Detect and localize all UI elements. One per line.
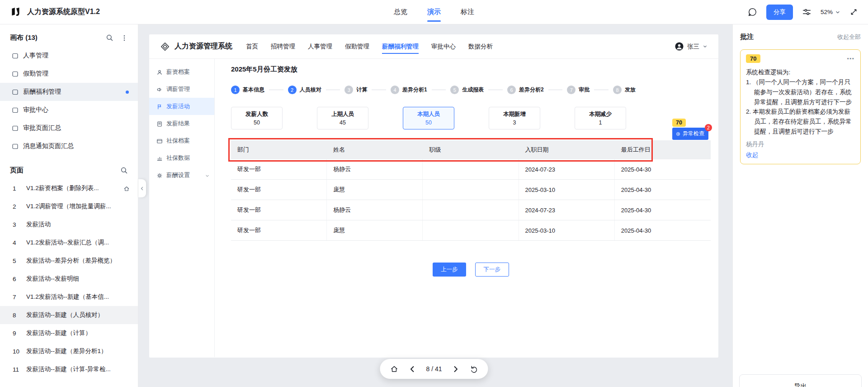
table-row[interactable]: 研发一部庞慧2025-03-102025-04-30: [231, 180, 711, 200]
next-page-icon[interactable]: [452, 365, 460, 373]
table-header-row: 部门姓名职级入职日期最后工作日: [231, 140, 711, 159]
restart-icon[interactable]: [470, 365, 478, 373]
more-options-icon[interactable]: ⋯: [847, 54, 855, 63]
stat-cards: 发薪人数50上期人员45本期人员50本期新增3本期减少1: [231, 107, 711, 129]
proto-nav-item[interactable]: 数据分析: [468, 40, 493, 53]
stat-card[interactable]: 本期人员50: [403, 107, 454, 129]
table-column-header: 职级: [423, 146, 519, 154]
menu-item-label: 薪资档案: [166, 68, 190, 76]
proto-content: 2025年5月份工资发放 1基本信息2人员核对3计算4差异分析15生成报表6差异…: [215, 59, 718, 357]
proto-nav-item[interactable]: 人事管理: [308, 40, 332, 53]
page-indicator: 8 / 41: [426, 365, 442, 373]
page-number: 8: [13, 312, 26, 319]
proto-nav-item[interactable]: 假勤管理: [345, 40, 369, 53]
search-icon[interactable]: [120, 167, 128, 174]
kebab-menu-icon[interactable]: [121, 34, 128, 42]
zoom-control[interactable]: 52%: [821, 9, 840, 15]
export-button[interactable]: 导出: [739, 374, 862, 387]
comment-bubble-icon[interactable]: [748, 7, 757, 17]
proto-nav-item[interactable]: 招聘管理: [271, 40, 295, 53]
stat-card-value: 50: [254, 119, 260, 126]
artboard-icon: [12, 143, 19, 150]
page-number: 11: [13, 366, 26, 373]
table-cell: 2024-07-23: [519, 200, 615, 220]
proto-body: 薪资档案调薪管理发薪活动发薪结果社保档案社保数据薪酬设置 2025年5月份工资发…: [149, 59, 718, 357]
fullscreen-icon[interactable]: [849, 8, 858, 16]
page-item[interactable]: 11发薪活动--新建（计算-异常检...: [0, 360, 138, 378]
topbar-tab-item[interactable]: 标注: [460, 5, 475, 19]
page-item[interactable]: 2V1.2调薪管理（增加批量调薪...: [0, 197, 138, 215]
search-icon[interactable]: [106, 34, 113, 42]
step-label: 基本信息: [243, 86, 264, 94]
share-button[interactable]: 分享: [766, 5, 793, 20]
page-item[interactable]: 6发薪活动--发薪明细: [0, 270, 138, 288]
page-item[interactable]: 1V1.2薪资档案（删除列表...: [0, 179, 138, 197]
collapse-all-link[interactable]: 收起全部: [837, 33, 861, 41]
proto-menu-item[interactable]: 发薪活动: [149, 98, 214, 115]
topbar-tab-item[interactable]: 总览: [393, 5, 408, 19]
proto-menu-item[interactable]: 薪资档案: [149, 63, 214, 81]
canvas-item[interactable]: 审批中心: [0, 101, 138, 119]
canvas-item[interactable]: 假勤管理: [0, 65, 138, 83]
topbar-tab-active[interactable]: 演示: [426, 5, 442, 19]
page-item[interactable]: 8发薪活动--新建（人员核对）: [0, 306, 138, 324]
pages-header: 页面: [0, 155, 138, 179]
proto-menu-item[interactable]: 社保档案: [149, 132, 214, 149]
comments-title: 批注: [740, 33, 754, 41]
stat-card-label: 本期新增: [503, 110, 526, 118]
canvas-item[interactable]: 薪酬福利管理: [0, 83, 138, 101]
megaphone-icon: [156, 86, 163, 93]
next-step-button[interactable]: 下一步: [475, 263, 509, 277]
page-item[interactable]: 9发薪活动--新建（计算）: [0, 324, 138, 342]
prev-step-button[interactable]: 上一步: [433, 263, 466, 277]
step-label: 人员核对: [300, 86, 321, 94]
chevron-left-icon: [140, 186, 145, 191]
page-item[interactable]: 10发薪活动--新建（差异分析1）: [0, 342, 138, 360]
comment-author: 杨丹丹: [746, 140, 855, 148]
menu-item-label: 薪酬设置: [166, 171, 190, 179]
page-item[interactable]: 5发薪活动--差异分析（差异概览）: [0, 252, 138, 270]
page-item[interactable]: 7V1.2发薪活动--新建（基本信...: [0, 288, 138, 306]
step-label: 差异分析2: [519, 86, 544, 94]
stat-card[interactable]: 发薪人数50: [231, 107, 283, 129]
page-label: V1.2发薪活动--新建（基本信...: [26, 293, 130, 301]
anomaly-check-button[interactable]: 异常检查 2: [672, 128, 708, 140]
table-row[interactable]: 研发一部庞慧2025-03-102025-04-30: [231, 220, 711, 241]
user-menu[interactable]: 张三: [675, 42, 708, 51]
topbar-tabs: 总览演示标注: [393, 5, 475, 19]
comment-card[interactable]: 70 ⋯ 系统检查逻辑为:1. （同一个人同一个方案，同一个月只能参与一次发薪活…: [740, 49, 861, 164]
prev-page-icon[interactable]: [408, 365, 416, 373]
home-icon[interactable]: [390, 365, 398, 373]
page-item[interactable]: 4V1.2发薪活动--发薪汇总（调...: [0, 234, 138, 252]
stat-card[interactable]: 本期新增3: [489, 107, 540, 129]
table-row[interactable]: 研发一部杨静云2024-07-232025-04-30: [231, 159, 711, 180]
page-item[interactable]: 3发薪活动: [0, 215, 138, 234]
proto-nav-item[interactable]: 审批中心: [431, 40, 456, 53]
comment-anchor-badge[interactable]: 70: [672, 119, 686, 127]
comment-line: 2. 本期发薪员工的薪资档案必须为发薪员工，若存在待定薪员工，系统异常提醒，且调…: [746, 107, 855, 137]
proto-menu-item[interactable]: 发薪结果: [149, 115, 214, 132]
sidebar-collapse-handle[interactable]: [138, 179, 146, 197]
comment-line: 1. （同一个人同一个方案，同一个月只能参与一次发薪活动）若存在，系统异常提醒，…: [746, 77, 855, 107]
canvas-item[interactable]: 审批页面汇总: [0, 119, 138, 137]
stat-card[interactable]: 上期人员45: [317, 107, 368, 129]
table-cell: [423, 220, 519, 240]
page-label: V1.2薪资档案（删除列表...: [26, 184, 121, 192]
step-label: 发放: [625, 86, 636, 94]
table-row[interactable]: 研发一部杨静云2024-07-232025-04-30: [231, 200, 711, 220]
canvas-item-label: 审批页面汇总: [23, 124, 61, 132]
settings-sliders-icon[interactable]: [802, 7, 811, 17]
proto-nav-item[interactable]: 薪酬福利管理: [382, 40, 419, 53]
proto-menu-item[interactable]: 调薪管理: [149, 81, 214, 98]
stat-card[interactable]: 本期减少1: [575, 107, 626, 129]
canvas-item[interactable]: 消息通知页面汇总: [0, 137, 138, 155]
page-label: 发薪活动--发薪明细: [26, 275, 130, 283]
active-dot: [126, 91, 129, 94]
proto-side-menu: 薪资档案调薪管理发薪活动发薪结果社保档案社保数据薪酬设置: [149, 59, 215, 357]
proto-nav-item[interactable]: 首页: [246, 40, 258, 53]
proto-menu-item[interactable]: 薪酬设置: [149, 167, 214, 184]
canvas-item[interactable]: 人事管理: [0, 47, 138, 65]
comment-collapse-link[interactable]: 收起: [746, 151, 855, 159]
proto-menu-item[interactable]: 社保数据: [149, 149, 214, 167]
step-circle: 2: [288, 86, 297, 94]
